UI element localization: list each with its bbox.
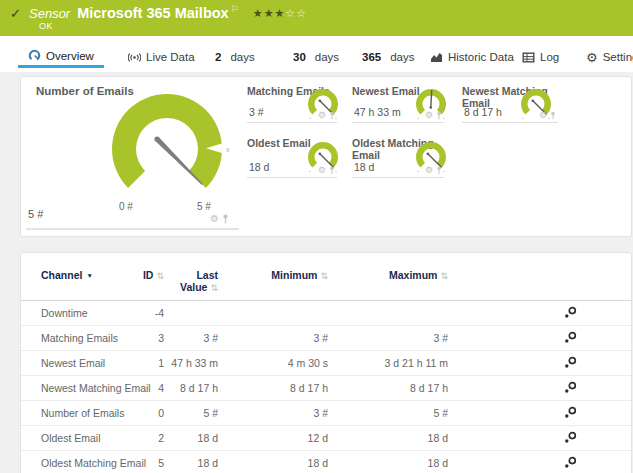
- sort-desc-icon: ▼: [86, 272, 92, 279]
- channel-table-panel: Channel▼ ID⇅ Last Value⇅ Minimum⇅ Maximu…: [20, 252, 632, 473]
- channel-id-cell: 3: [129, 326, 164, 351]
- channel-settings-gear-icon: [564, 331, 577, 344]
- tab-30-days[interactable]: 30days: [283, 46, 349, 68]
- last-value-cell: 5 #: [164, 401, 218, 426]
- widget-gear-icon[interactable]: ⚙: [425, 111, 433, 120]
- sensor-status-bar: ✓ SensorMicrosoft 365 Mailbox⚐★★★☆☆ OK: [0, 0, 633, 36]
- tab-live-data[interactable]: Live Data: [118, 46, 205, 68]
- gauge-widget-newest-email[interactable]: Newest Email 47 h 33 m ⚙: [352, 85, 444, 123]
- maximum-cell: 8 d 17 h: [328, 376, 448, 401]
- gauge-needle: [431, 90, 432, 108]
- channel-table-row: Oldest Matching Email 5 18 d 18 d 18 d: [21, 451, 631, 473]
- channel-settings-button[interactable]: [564, 381, 577, 394]
- channel-name-cell: Downtime: [21, 301, 129, 326]
- minimum-cell: 3 #: [218, 401, 328, 426]
- gauge-current-value: 3 #: [249, 106, 264, 118]
- maximum-cell: 18 d: [328, 451, 448, 473]
- widget-pin-icon[interactable]: [436, 111, 442, 120]
- channel-name-cell: Newest Matching Email: [21, 376, 129, 401]
- channel-table-row: Number of Emails 0 5 # 3 # 5 #: [21, 401, 631, 426]
- sensor-status-text: OK: [39, 21, 53, 31]
- widget-pin-icon[interactable]: [222, 214, 229, 224]
- widget-pin-icon[interactable]: [550, 111, 556, 120]
- tab-settings[interactable]: ⚙ Settings: [576, 46, 633, 68]
- widget-pin-icon[interactable]: [436, 166, 442, 175]
- column-header-settings: [448, 253, 631, 301]
- channel-table-row: Matching Emails 3 3 # 3 # 3 #: [21, 326, 631, 351]
- channel-table-row: Newest Email 1 47 h 33 m 4 m 30 s 3 d 21…: [21, 351, 631, 376]
- last-value-cell: 8 d 17 h: [164, 376, 218, 401]
- tab-bar: Overview Live Data 2days 30days 365days …: [0, 36, 633, 72]
- last-value-cell: 47 h 33 m: [164, 351, 218, 376]
- widget-pin-icon[interactable]: [329, 166, 335, 175]
- filled-stars[interactable]: ★★★: [253, 7, 286, 19]
- tab-2-days[interactable]: 2days: [205, 46, 265, 68]
- channel-name-cell: Number of Emails: [21, 401, 129, 426]
- tab-log[interactable]: Log: [512, 46, 569, 68]
- sort-icon: ⇅: [440, 271, 448, 281]
- channel-table-row: Downtime -4: [21, 301, 631, 326]
- column-header-last-value[interactable]: Last Value⇅: [164, 253, 218, 301]
- maximum-cell: 3 #: [328, 326, 448, 351]
- channel-settings-gear-icon: [564, 356, 577, 369]
- channel-id-cell: 0: [129, 401, 164, 426]
- column-header-minimum[interactable]: Minimum⇅: [218, 253, 328, 301]
- channel-name-cell: Newest Email: [21, 351, 129, 376]
- channel-table-row: Oldest Email 2 18 d 12 d 18 d: [21, 426, 631, 451]
- last-value-cell: 18 d: [164, 451, 218, 473]
- empty-stars[interactable]: ☆☆: [285, 7, 307, 19]
- column-header-id[interactable]: ID⇅: [129, 253, 164, 301]
- channel-settings-button[interactable]: [564, 431, 577, 444]
- channel-settings-button[interactable]: [564, 406, 577, 419]
- minimum-cell: 8 d 17 h: [218, 376, 328, 401]
- gauge-widget-newest-matching-email[interactable]: Newest Matching Email 8 d 17 h ⚙: [462, 85, 558, 123]
- gauge-widget-oldest-email[interactable]: Oldest Email 18 d ⚙: [247, 137, 337, 178]
- channel-id-cell: -4: [129, 301, 164, 326]
- channel-name-cell: Matching Emails: [21, 326, 129, 351]
- widget-gear-icon[interactable]: ⚙: [318, 111, 326, 120]
- maximum-cell: 3 d 21 h 11 m: [328, 351, 448, 376]
- gauge-icon: [28, 49, 41, 62]
- channel-table-row: Newest Matching Email 4 8 d 17 h 8 d 17 …: [21, 376, 631, 401]
- sensor-kind-label: Sensor: [29, 6, 70, 21]
- sort-icon: ⇅: [156, 271, 164, 281]
- sort-icon: ⇅: [210, 283, 218, 293]
- channel-settings-gear-icon: [564, 456, 577, 469]
- sort-icon: ⇅: [320, 271, 328, 281]
- table-icon: [522, 51, 535, 64]
- channel-settings-button[interactable]: [564, 456, 577, 469]
- channel-settings-button[interactable]: [564, 306, 577, 319]
- channel-settings-button[interactable]: [564, 356, 577, 369]
- last-value-cell: [164, 301, 218, 326]
- gauge-title: Newest Email: [352, 85, 420, 97]
- gauge-widget-matching-emails[interactable]: Matching Emails 3 # ⚙: [247, 85, 337, 123]
- widget-gear-icon[interactable]: ⚙: [425, 166, 433, 175]
- gauge-widget-oldest-matching-email[interactable]: Oldest Matching Email 18 d ⚙: [352, 137, 444, 178]
- channel-table: Channel▼ ID⇅ Last Value⇅ Minimum⇅ Maximu…: [21, 253, 631, 473]
- channel-name-cell: Oldest Matching Email: [21, 451, 129, 473]
- maximum-cell: 5 #: [328, 401, 448, 426]
- minimum-cell: 18 d: [218, 451, 328, 473]
- tab-overview[interactable]: Overview: [18, 46, 104, 68]
- tab-365-days[interactable]: 365days: [352, 46, 424, 68]
- gauge-widget-number-of-emails[interactable]: Number of Emails x 0 # 5 # 5 # ⚙: [26, 81, 239, 230]
- channel-settings-gear-icon: [564, 406, 577, 419]
- minimum-cell: [218, 301, 328, 326]
- widget-gear-icon[interactable]: ⚙: [210, 214, 219, 224]
- channel-id-cell: 1: [129, 351, 164, 376]
- maximum-cell: [328, 301, 448, 326]
- priority-stars[interactable]: ★★★☆☆: [253, 7, 307, 19]
- widget-pin-icon[interactable]: [329, 111, 335, 120]
- status-ok-check-icon: ✓: [10, 6, 21, 21]
- channel-table-body: Downtime -4 Matching Emails 3 3 # 3 # 3 …: [21, 301, 631, 473]
- widget-gear-icon[interactable]: ⚙: [539, 111, 547, 120]
- flag-icon: ⚐: [231, 4, 239, 14]
- gauge-scale-max: 5 #: [197, 201, 211, 212]
- widget-gear-icon[interactable]: ⚙: [318, 166, 326, 175]
- column-header-maximum[interactable]: Maximum⇅: [328, 253, 448, 301]
- tab-historic-data[interactable]: Historic Data: [420, 46, 524, 68]
- gauge-current-value: 5 #: [28, 208, 43, 220]
- last-value-cell: 18 d: [164, 426, 218, 451]
- channel-settings-button[interactable]: [564, 331, 577, 344]
- column-header-channel[interactable]: Channel▼: [21, 253, 129, 301]
